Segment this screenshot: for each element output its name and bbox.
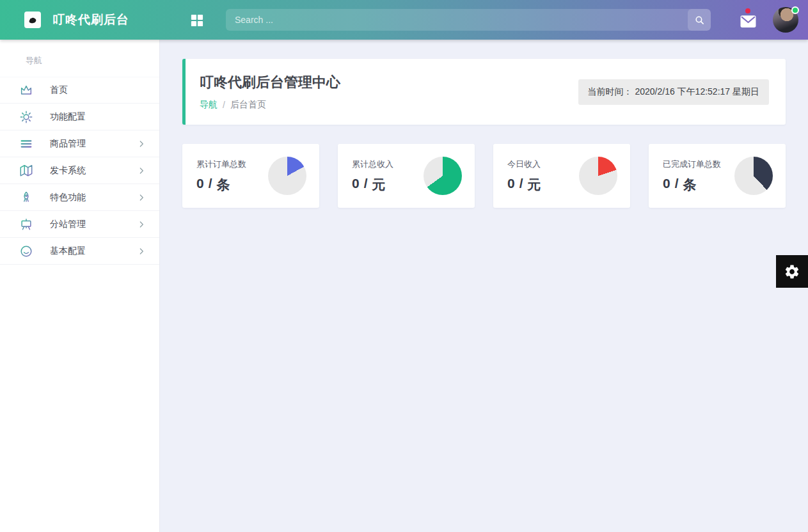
- stat-text: 已完成订单总数 0 / 条: [663, 159, 721, 194]
- sidebar: 导航 首页 功能配置: [0, 40, 160, 532]
- breadcrumb: 导航 / 后台首页: [200, 99, 340, 111]
- stat-label: 已完成订单总数: [663, 159, 721, 170]
- top-header: 叮咚代刷后台: [0, 0, 808, 40]
- page-heading-block: 叮咚代刷后台管理中心 导航 / 后台首页: [200, 73, 340, 111]
- stat-value: 0 / 元: [507, 176, 541, 194]
- search-icon: [694, 15, 705, 26]
- page-header-card: 叮咚代刷后台管理中心 导航 / 后台首页 当前时间： 2020/2/16 下午1…: [182, 59, 786, 125]
- apps-grid-button[interactable]: [189, 13, 204, 27]
- sidebar-item-special-features[interactable]: 特色功能: [0, 184, 159, 211]
- logo-image: [27, 14, 38, 26]
- stat-card-today-income: 今日收入 0 / 元: [493, 144, 630, 208]
- nav-section-label: 导航: [0, 40, 159, 77]
- stat-card-total-orders: 累计订单总数 0 / 条: [182, 144, 319, 208]
- app-logo: [24, 12, 41, 28]
- stat-label: 累计订单总数: [196, 159, 246, 170]
- settings-fab[interactable]: [776, 255, 808, 288]
- breadcrumb-separator: /: [223, 100, 225, 110]
- app-title: 叮咚代刷后台: [52, 12, 129, 28]
- messages-button[interactable]: [740, 15, 756, 28]
- stat-separator: /: [519, 176, 523, 194]
- sidebar-item-label: 功能配置: [50, 111, 86, 123]
- stat-label: 今日收入: [507, 159, 541, 170]
- menu-icon: [19, 137, 33, 151]
- search-bar: [226, 9, 711, 31]
- main-content: 叮咚代刷后台管理中心 导航 / 后台首页 当前时间： 2020/2/16 下午1…: [160, 40, 808, 532]
- chevron-right-icon: [136, 192, 147, 203]
- pie-chart: [424, 157, 462, 195]
- brand-area: 叮咚代刷后台: [0, 12, 160, 28]
- stats-row: 累计订单总数 0 / 条 累计总收入 0 / 元: [182, 144, 786, 208]
- sidebar-item-basic-config[interactable]: 基本配置: [0, 238, 159, 265]
- pie-chart: [268, 157, 306, 195]
- current-time-badge: 当前时间： 2020/2/16 下午12:52:17 星期日: [578, 79, 769, 105]
- sidebar-item-label: 基本配置: [50, 246, 86, 257]
- page-title: 叮咚代刷后台管理中心: [200, 73, 340, 92]
- notification-dot: [745, 8, 750, 13]
- grid-icon: [189, 13, 204, 27]
- current-time-value: 2020/2/16 下午12:52:17 星期日: [635, 86, 759, 97]
- stat-label: 累计总收入: [352, 159, 393, 170]
- sidebar-item-label: 商品管理: [50, 138, 86, 150]
- header-actions: [740, 7, 798, 33]
- sidebar-item-substation[interactable]: 分站管理: [0, 211, 159, 238]
- chevron-right-icon: [136, 246, 147, 256]
- sidebar-item-feature-config[interactable]: 功能配置: [0, 104, 159, 130]
- sidebar-item-label: 特色功能: [50, 192, 86, 203]
- sidebar-item-card-system[interactable]: 发卡系统: [0, 157, 159, 184]
- pie-chart: [579, 157, 617, 195]
- stat-card-total-income: 累计总收入 0 / 元: [338, 144, 475, 208]
- stat-card-completed-orders: 已完成订单总数 0 / 条: [649, 144, 786, 208]
- sidebar-item-products[interactable]: 商品管理: [0, 130, 159, 157]
- stat-value: 0 / 条: [663, 176, 721, 194]
- pie-chart: [734, 157, 773, 195]
- stat-number: 0: [352, 176, 360, 194]
- mail-icon: [740, 15, 756, 28]
- crown-icon: [19, 83, 33, 97]
- online-status-dot: [791, 6, 799, 14]
- stat-text: 今日收入 0 / 元: [507, 159, 541, 194]
- sidebar-item-label: 发卡系统: [50, 165, 86, 176]
- gear-icon: [19, 110, 33, 124]
- stat-number: 0: [196, 176, 204, 194]
- search-input[interactable]: [226, 9, 688, 31]
- gear-icon: [784, 263, 800, 280]
- stat-text: 累计总收入 0 / 元: [352, 159, 393, 194]
- stat-unit: 条: [683, 176, 697, 194]
- rocket-icon: [19, 191, 33, 205]
- stat-separator: /: [209, 176, 212, 194]
- smile-icon: [19, 244, 33, 258]
- stat-separator: /: [675, 176, 679, 194]
- search-button[interactable]: [688, 9, 711, 31]
- sidebar-item-label: 分站管理: [50, 219, 86, 230]
- map-icon: [19, 164, 33, 178]
- stat-number: 0: [507, 176, 515, 194]
- stat-number: 0: [663, 176, 670, 194]
- breadcrumb-current: 后台首页: [230, 99, 266, 111]
- sidebar-item-home[interactable]: 首页: [0, 77, 159, 104]
- stat-unit: 元: [528, 176, 541, 194]
- chevron-right-icon: [136, 139, 147, 149]
- breadcrumb-root[interactable]: 导航: [200, 99, 218, 111]
- stat-text: 累计订单总数 0 / 条: [196, 159, 246, 194]
- stat-value: 0 / 元: [352, 176, 393, 194]
- easel-icon: [19, 217, 33, 231]
- current-time-label: 当前时间：: [588, 86, 633, 97]
- stat-unit: 元: [372, 176, 386, 194]
- sidebar-item-label: 首页: [50, 84, 68, 96]
- stat-value: 0 / 条: [196, 176, 246, 194]
- stat-unit: 条: [217, 176, 230, 194]
- sidebar-nav: 首页 功能配置 商品管理: [0, 77, 159, 265]
- chevron-right-icon: [136, 219, 147, 230]
- chevron-right-icon: [136, 166, 147, 176]
- stat-separator: /: [364, 176, 368, 194]
- user-avatar[interactable]: [773, 7, 798, 33]
